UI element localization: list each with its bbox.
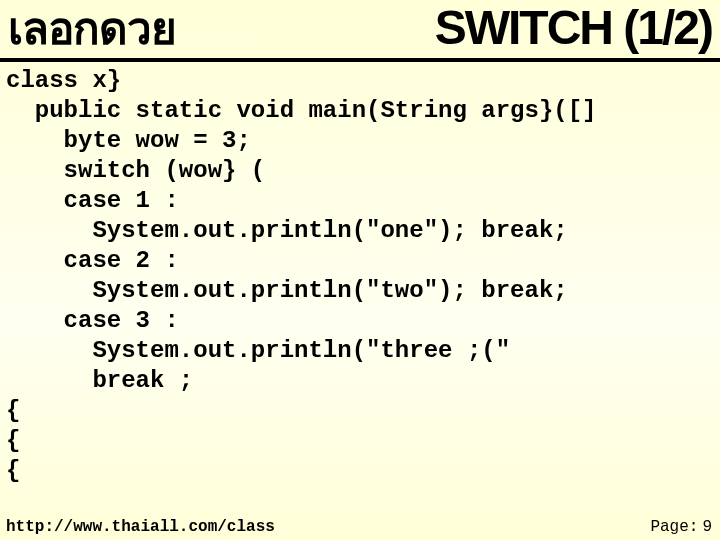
code-line: System.out.println("two"); break; [6,277,568,304]
code-line: { [6,427,20,454]
code-line: case 2 : [6,247,179,274]
code-block: class x} public static void main(String … [0,62,720,486]
page-number: 9 [702,518,712,536]
code-line: System.out.println("three ;(" [6,337,510,364]
slide-footer: http://www.thaiall.com/class Page:9 [6,518,712,536]
slide-header: เลอกดวย SWITCH (1/2) [0,0,720,62]
code-line: { [6,457,20,484]
code-line: class x} [6,67,121,94]
code-line: byte wow = 3; [6,127,251,154]
code-line: break ; [6,367,193,394]
code-line: case 1 : [6,187,179,214]
code-line: System.out.println("one"); break; [6,217,568,244]
code-line: public static void main(String args}([] [6,97,597,124]
code-line: { [6,397,20,424]
page-label: Page: [650,518,698,536]
code-line: case 3 : [6,307,179,334]
footer-url: http://www.thaiall.com/class [6,518,275,536]
footer-page: Page:9 [650,518,712,536]
code-line: switch (wow} ( [6,157,265,184]
title-left: เลอกดวย [8,0,176,58]
title-right: SWITCH (1/2) [435,0,712,56]
